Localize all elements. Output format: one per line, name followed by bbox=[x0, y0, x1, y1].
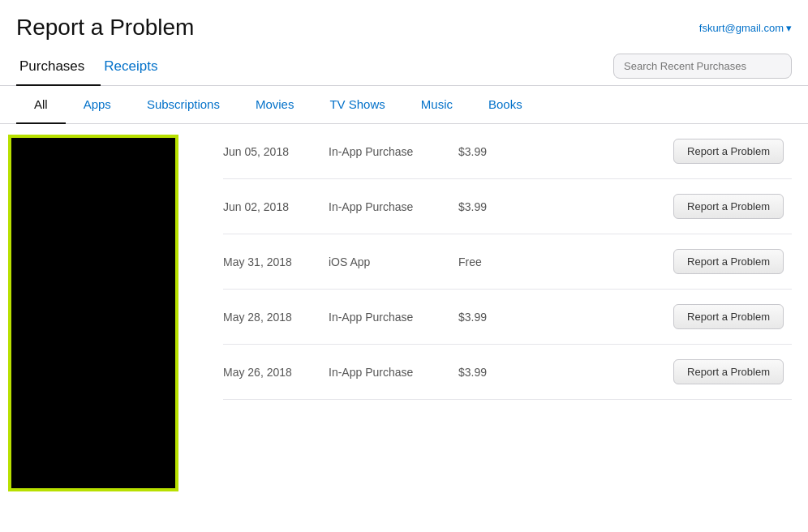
purchase-type: In-App Purchase bbox=[329, 200, 458, 213]
search-input[interactable] bbox=[613, 54, 792, 79]
subtab-books[interactable]: Books bbox=[471, 86, 540, 124]
search-box bbox=[613, 54, 792, 79]
main-tabs: Purchases Receipts bbox=[16, 49, 174, 85]
subtab-movies[interactable]: Movies bbox=[238, 86, 312, 124]
purchase-type: iOS App bbox=[329, 255, 458, 268]
purchase-action: Report a Problem bbox=[523, 304, 792, 329]
purchase-date: May 31, 2018 bbox=[223, 255, 329, 268]
purchase-price: Free bbox=[458, 255, 523, 268]
purchase-date: May 28, 2018 bbox=[223, 311, 329, 324]
purchase-type: In-App Purchase bbox=[329, 366, 458, 379]
table-row: Jun 02, 2018 In-App Purchase $3.99 Repor… bbox=[223, 179, 792, 234]
purchases-list: Jun 05, 2018 In-App Purchase $3.99 Repor… bbox=[207, 124, 808, 498]
purchase-date: Jun 02, 2018 bbox=[223, 200, 329, 213]
tab-receipts[interactable]: Receipts bbox=[101, 49, 174, 86]
purchase-price: $3.99 bbox=[458, 145, 523, 158]
subtab-music[interactable]: Music bbox=[403, 86, 471, 124]
table-row: May 28, 2018 In-App Purchase $3.99 Repor… bbox=[223, 290, 792, 345]
purchase-action: Report a Problem bbox=[523, 139, 792, 164]
user-email: fskurt@gmail.com bbox=[699, 22, 784, 34]
purchase-action: Report a Problem bbox=[523, 194, 792, 219]
content-area: Jun 05, 2018 In-App Purchase $3.99 Repor… bbox=[0, 124, 808, 498]
app-title: Report a Problem bbox=[16, 15, 194, 41]
report-problem-button[interactable]: Report a Problem bbox=[673, 359, 784, 384]
purchase-price: $3.99 bbox=[458, 311, 523, 324]
report-problem-button[interactable]: Report a Problem bbox=[673, 194, 784, 219]
subtab-tvshows[interactable]: TV Shows bbox=[312, 86, 402, 124]
purchase-price: $3.99 bbox=[458, 200, 523, 213]
header: Report a Problem fskurt@gmail.com ▾ bbox=[0, 0, 808, 41]
table-row: Jun 05, 2018 In-App Purchase $3.99 Repor… bbox=[223, 124, 792, 179]
report-problem-button[interactable]: Report a Problem bbox=[673, 249, 784, 274]
tab-purchases[interactable]: Purchases bbox=[16, 49, 101, 86]
app-thumbnail bbox=[8, 135, 178, 491]
table-row: May 31, 2018 iOS App Free Report a Probl… bbox=[223, 234, 792, 290]
purchase-date: May 26, 2018 bbox=[223, 366, 329, 379]
user-menu[interactable]: fskurt@gmail.com ▾ bbox=[699, 22, 792, 34]
purchase-date: Jun 05, 2018 bbox=[223, 145, 329, 158]
purchase-type: In-App Purchase bbox=[329, 145, 458, 158]
subtab-all[interactable]: All bbox=[16, 86, 66, 124]
subtab-subscriptions[interactable]: Subscriptions bbox=[129, 86, 238, 124]
main-tabs-row: Purchases Receipts bbox=[0, 49, 808, 86]
subtab-apps[interactable]: Apps bbox=[66, 86, 129, 124]
report-problem-button[interactable]: Report a Problem bbox=[673, 304, 784, 329]
table-row: May 26, 2018 In-App Purchase $3.99 Repor… bbox=[223, 345, 792, 400]
purchase-action: Report a Problem bbox=[523, 359, 792, 384]
purchase-action: Report a Problem bbox=[523, 249, 792, 274]
purchase-type: In-App Purchase bbox=[329, 311, 458, 324]
sub-tabs-row: All Apps Subscriptions Movies TV Shows M… bbox=[0, 86, 808, 124]
image-panel bbox=[0, 124, 207, 498]
dropdown-arrow-icon: ▾ bbox=[786, 22, 792, 34]
report-problem-button[interactable]: Report a Problem bbox=[673, 139, 784, 164]
purchase-price: $3.99 bbox=[458, 366, 523, 379]
